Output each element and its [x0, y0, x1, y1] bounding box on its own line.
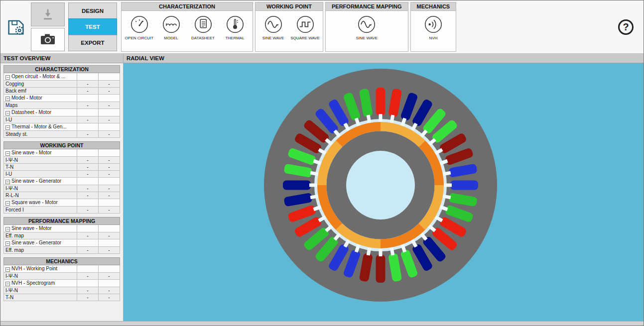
tree-group-sine-wave-generator[interactable]: −Sine wave - Generator: [4, 178, 120, 185]
test-row-label[interactable]: T-N: [4, 164, 77, 171]
ribbon-button-sine-wave[interactable]: SINE WAVE: [258, 13, 289, 40]
test-row-label[interactable]: Forced I: [4, 207, 77, 214]
test-row-t-n[interactable]: T-N--: [4, 164, 120, 171]
screenshot-button[interactable]: [31, 28, 65, 52]
test-row-label[interactable]: Cogging: [4, 81, 77, 88]
tree-group-sine-wave-generator[interactable]: −Sine wave - Generator: [4, 239, 120, 247]
value-cell: -: [99, 294, 120, 301]
test-row-steady-st[interactable]: Steady st.--: [4, 131, 120, 138]
tree-group-label[interactable]: −Open circuit - Motor & ...: [4, 73, 77, 81]
collapse-toggle[interactable]: −: [5, 282, 10, 286]
tree-group-label[interactable]: −Square wave - Motor: [4, 199, 77, 207]
test-row-t-n[interactable]: T-N--: [4, 294, 120, 301]
value-cell: [77, 225, 99, 232]
test-row-label[interactable]: I-Ψ-N: [4, 287, 77, 294]
collapse-toggle[interactable]: −: [5, 111, 10, 115]
tab-export[interactable]: EXPORT: [68, 35, 117, 51]
tree-group-sine-wave-motor[interactable]: −Sine wave - Motor: [4, 149, 120, 157]
tree-group-label[interactable]: −Sine wave - Generator: [4, 239, 77, 247]
ribbon-button-nvh[interactable]: NVH: [417, 13, 449, 40]
tree-group-nvh-working-point[interactable]: −NVH - Working Point: [4, 265, 120, 273]
test-row-label[interactable]: Eff. map: [4, 247, 77, 254]
save-settings-button[interactable]: [5, 16, 26, 37]
tab-design[interactable]: DESIGN: [68, 2, 117, 19]
ribbon-button-label: SINE WAVE: [356, 36, 378, 40]
tree-group-label[interactable]: −Model - Motor: [4, 95, 77, 102]
tree-group-label[interactable]: −Sine wave - Motor: [4, 225, 77, 232]
test-row-label[interactable]: Back emf: [4, 88, 77, 95]
value-cell: -: [77, 273, 99, 280]
tree-group-thermal-motor-gen[interactable]: −Thermal - Motor & Gen...: [4, 123, 120, 131]
test-row-r-l-n[interactable]: R-L-N--: [4, 192, 120, 199]
ribbon-button-square-wave[interactable]: SQUARE WAVE: [289, 13, 321, 40]
section-title: PERFORMANCE MAPPING: [4, 217, 120, 225]
sine-wave-icon: [262, 13, 285, 36]
test-row-label[interactable]: I-Ψ-N: [4, 273, 77, 280]
test-row-maps[interactable]: Maps--: [4, 102, 120, 109]
tree-group-label[interactable]: −Datasheet - Motor: [4, 109, 77, 116]
value-cell: [77, 109, 99, 116]
test-row-forced-i[interactable]: Forced I--: [4, 207, 120, 214]
ribbon-button-label: SINE WAVE: [262, 36, 284, 40]
tree-group-label[interactable]: −Sine wave - Motor: [4, 149, 77, 157]
ribbon-group-performance-mapping: PERFORMANCE MAPPINGSINE WAVE: [325, 2, 408, 52]
test-row-i-n[interactable]: I-Ψ-N--: [4, 157, 120, 164]
collapse-toggle[interactable]: −: [5, 151, 10, 156]
ribbon-button-sine-wave[interactable]: SINE WAVE: [351, 13, 383, 40]
test-row-label[interactable]: I-Ψ-N: [4, 157, 77, 164]
radial-view-canvas[interactable]: [124, 63, 644, 321]
value-cell: -: [77, 294, 99, 301]
test-row-i-n[interactable]: I-Ψ-N--: [4, 287, 120, 294]
tree-group-square-wave-motor[interactable]: −Square wave - Motor: [4, 199, 120, 207]
test-row-label[interactable]: R-L-N: [4, 192, 77, 199]
ribbon-button-model[interactable]: MODEL: [155, 13, 187, 40]
test-row-i-n[interactable]: I-Ψ-N--: [4, 185, 120, 192]
collapse-toggle[interactable]: −: [5, 125, 10, 130]
tree-group-label[interactable]: −Thermal - Motor & Gen...: [4, 123, 77, 131]
tree-group-nvh-spectrogram[interactable]: −NVH - Spectrogram: [4, 280, 120, 287]
tree-group-sine-wave-motor[interactable]: −Sine wave - Motor: [4, 225, 120, 232]
value-cell: -: [99, 232, 120, 239]
ribbon-group-characterization: CHARACTERIZATIONOPEN CIRCUITMODELDATASHE…: [121, 2, 253, 52]
tab-test[interactable]: TEST: [68, 18, 117, 35]
datasheet-icon: [192, 13, 215, 36]
import-button[interactable]: [31, 2, 65, 26]
value-cell: -: [77, 232, 99, 239]
tree-group-label[interactable]: −Sine wave - Generator: [4, 178, 77, 185]
test-row-eff-map[interactable]: Eff. map--: [4, 247, 120, 254]
collapse-toggle[interactable]: −: [5, 241, 10, 246]
collapse-toggle[interactable]: −: [5, 75, 10, 80]
ribbon-group-title: MECHANICS: [411, 2, 456, 11]
test-row-label[interactable]: Eff. map: [4, 232, 77, 239]
ribbon-button-open-circuit[interactable]: OPEN CIRCUIT: [124, 13, 155, 40]
test-row-label[interactable]: I-U: [4, 171, 77, 178]
test-row-cogging[interactable]: Cogging--: [4, 81, 120, 88]
collapse-toggle[interactable]: −: [5, 267, 10, 272]
test-row-label[interactable]: I-U: [4, 116, 77, 123]
test-row-label[interactable]: T-N: [4, 294, 77, 301]
ribbon-button-datasheet[interactable]: DATASHEET: [187, 13, 219, 40]
tree-group-open-circuit-motor[interactable]: −Open circuit - Motor & ...: [4, 73, 120, 81]
test-row-i-u[interactable]: I-U--: [4, 171, 120, 178]
tree-group-model-motor[interactable]: −Model - Motor: [4, 95, 120, 102]
help-button[interactable]: ?: [618, 19, 634, 35]
ribbon-group-title: WORKING POINT: [256, 2, 323, 11]
tree-group-label[interactable]: −NVH - Working Point: [4, 265, 77, 273]
test-row-back-emf[interactable]: Back emf--: [4, 88, 120, 95]
test-row-label[interactable]: Steady st.: [4, 131, 77, 138]
value-cell: [77, 73, 99, 81]
test-row-i-n[interactable]: I-Ψ-N--: [4, 273, 120, 280]
tree-group-datasheet-motor[interactable]: −Datasheet - Motor: [4, 109, 120, 116]
test-row-i-u[interactable]: I-U--: [4, 116, 120, 123]
test-row-eff-map[interactable]: Eff. map--: [4, 232, 120, 239]
tree-group-label[interactable]: −NVH - Spectrogram: [4, 280, 77, 287]
collapse-toggle[interactable]: −: [5, 180, 10, 184]
collapse-toggle[interactable]: −: [5, 201, 10, 206]
test-overview-panel: TEST OVERVIEW CHARACTERIZATION−Open circ…: [0, 54, 124, 321]
collapse-toggle[interactable]: −: [5, 97, 10, 101]
ribbon-group-mechanics: MECHANICSNVH: [410, 2, 457, 52]
test-row-label[interactable]: Maps: [4, 102, 77, 109]
test-row-label[interactable]: I-Ψ-N: [4, 185, 77, 192]
ribbon-button-thermal[interactable]: THERMAL: [219, 13, 251, 40]
collapse-toggle[interactable]: −: [5, 227, 10, 231]
